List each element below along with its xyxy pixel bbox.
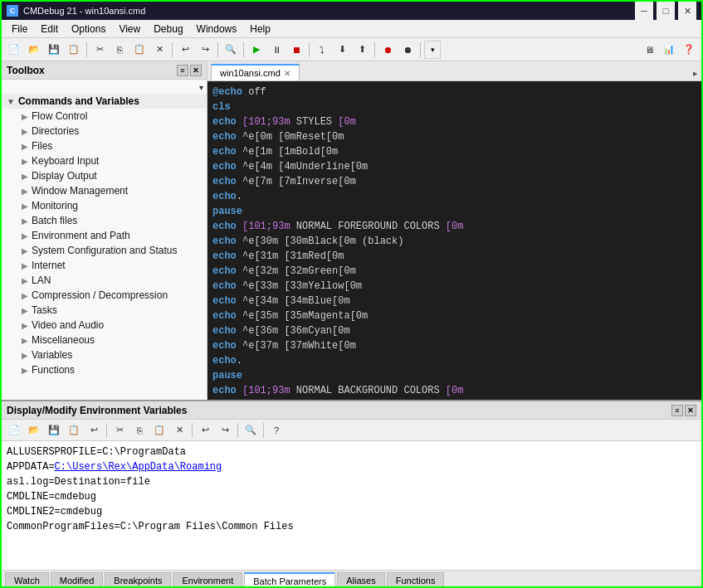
- toolbox-item-miscellaneous[interactable]: ▶ Miscellaneous: [2, 333, 207, 347]
- toolbox-close-button[interactable]: ✕: [190, 65, 202, 76]
- item-arrow-icon: ▶: [22, 216, 28, 226]
- env-open-button[interactable]: 📂: [25, 421, 43, 440]
- find-button[interactable]: 🔍: [222, 41, 240, 59]
- code-panel: win10ansi.cmd ✕ ▸ @echo off cls echo [10…: [207, 61, 701, 400]
- code-line-5: echo ^e[1m [1mBold[0m: [212, 144, 696, 159]
- toolbox-item-system-config[interactable]: ▶ System Configuration and Status: [2, 243, 207, 258]
- new-button[interactable]: 📄: [5, 41, 23, 59]
- item-arrow-icon: ▶: [22, 142, 28, 151]
- tab-close-icon[interactable]: ✕: [284, 69, 290, 78]
- delete-button[interactable]: ✕: [150, 41, 168, 59]
- menu-windows[interactable]: Windows: [190, 20, 244, 37]
- step-over-button[interactable]: ⤵: [313, 41, 331, 59]
- maximize-button[interactable]: □: [657, 2, 675, 20]
- code-line-7: echo ^e[7m [7mInverse[0m: [212, 174, 696, 189]
- toolbox-item-flow-control[interactable]: ▶ Flow Control: [2, 109, 207, 124]
- code-line-2: cls: [212, 100, 696, 114]
- env-cut-button[interactable]: ✂: [110, 421, 129, 440]
- env-back-button[interactable]: ↩: [85, 421, 103, 440]
- copy-button[interactable]: ⎘: [110, 41, 129, 59]
- toolbox-item-batch-files[interactable]: ▶ Batch files: [2, 213, 207, 228]
- toolbox-item-tasks[interactable]: ▶ Tasks: [2, 303, 207, 318]
- undo-button[interactable]: ↩: [176, 41, 194, 59]
- toolbox-item-lan[interactable]: ▶ LAN: [2, 273, 207, 288]
- toolbox-item-compression[interactable]: ▶ Compression / Decompression: [2, 288, 207, 303]
- code-editor[interactable]: @echo off cls echo [101;93m STYLES [0m e…: [207, 81, 701, 400]
- toolbox-item-video-audio[interactable]: ▶ Video and Audio: [2, 318, 207, 333]
- menu-edit[interactable]: Edit: [34, 20, 65, 37]
- toolbox-menu-button[interactable]: ≡: [177, 65, 188, 76]
- code-line-12: echo ^e[31m [31mRed[0m: [212, 249, 696, 264]
- env-find-button[interactable]: 🔍: [242, 421, 260, 440]
- tab-breakpoints[interactable]: Breakpoints: [105, 572, 171, 589]
- tab-functions[interactable]: Functions: [387, 572, 445, 589]
- env-panel-menu-button[interactable]: ≡: [671, 405, 683, 416]
- env-line-2: APPDATA=C:\Users\Rex\AppData\Roaming: [7, 459, 696, 474]
- toolbox-item-display-output[interactable]: ▶ Display Output: [2, 168, 207, 183]
- section-expand-icon: ▼: [7, 97, 15, 106]
- env-save-button[interactable]: 💾: [45, 421, 63, 440]
- extra-btn-3[interactable]: ❓: [680, 41, 698, 59]
- step-into-button[interactable]: ⬇: [333, 41, 351, 59]
- item-arrow-icon: ▶: [22, 306, 28, 315]
- toolbox-item-internet[interactable]: ▶ Internet: [2, 258, 207, 273]
- paste-button[interactable]: 📋: [130, 41, 149, 59]
- env-undo-button[interactable]: ↩: [196, 421, 214, 440]
- toolbox-section-commands[interactable]: ▼ Commands and Variables: [2, 94, 207, 109]
- menu-debug[interactable]: Debug: [147, 20, 189, 37]
- toolbox-body: ▾ ▼ Commands and Variables ▶ Flow Contro…: [2, 80, 207, 400]
- tab-modified[interactable]: Modified: [51, 572, 104, 589]
- tab-watch[interactable]: Watch: [5, 572, 49, 589]
- env-redo-button[interactable]: ↪: [216, 421, 234, 440]
- toolbox-item-monitoring[interactable]: ▶ Monitoring: [2, 198, 207, 213]
- toolbox-item-files[interactable]: ▶ Files: [2, 138, 207, 153]
- toolbox-panel: Toolbox ≡ ✕ ▾ ▼ Commands and Variables ▶…: [2, 61, 207, 400]
- env-content[interactable]: ALLUSERSPROFILE=C:\ProgramData APPDATA=C…: [2, 441, 701, 570]
- menu-file[interactable]: File: [5, 20, 34, 37]
- toolbox-item-functions[interactable]: ▶ Functions: [2, 362, 207, 377]
- item-arrow-icon: ▶: [22, 261, 28, 270]
- record-button[interactable]: ⏺: [378, 41, 397, 59]
- toolbar-dropdown[interactable]: ▾: [424, 41, 441, 59]
- extra-btn-1[interactable]: 🖥: [640, 41, 658, 59]
- env-copy-button[interactable]: ⎘: [130, 421, 149, 440]
- cut-button[interactable]: ✂: [90, 41, 109, 59]
- toolbox-item-window-management[interactable]: ▶ Window Management: [2, 183, 207, 198]
- close-button[interactable]: ✕: [678, 2, 696, 20]
- tab-batch-parameters[interactable]: Batch Parameters: [244, 572, 335, 589]
- env-save-all-button[interactable]: 📋: [65, 421, 83, 440]
- env-panel-close-button[interactable]: ✕: [685, 405, 696, 416]
- minimize-button[interactable]: ─: [635, 2, 653, 20]
- menu-help[interactable]: Help: [243, 20, 277, 37]
- pause-button[interactable]: ⏸: [267, 41, 286, 59]
- step-out-button[interactable]: ⬆: [353, 41, 371, 59]
- env-appdata-link[interactable]: C:\Users\Rex\AppData\Roaming: [55, 461, 222, 473]
- toolbox-item-directories[interactable]: ▶ Directories: [2, 124, 207, 138]
- code-line-11: echo ^e[30m [30mBlack[0m (black): [212, 234, 696, 249]
- stop-record-button[interactable]: ⏺: [398, 41, 417, 59]
- scroll-right-icon[interactable]: ▸: [693, 68, 698, 79]
- env-delete-button[interactable]: ✕: [170, 421, 188, 440]
- run-button[interactable]: ▶: [247, 41, 266, 59]
- menu-options[interactable]: Options: [65, 20, 112, 37]
- env-paste-button[interactable]: 📋: [150, 421, 168, 440]
- editor-tab-win10ansi[interactable]: win10ansi.cmd ✕: [211, 64, 300, 80]
- redo-button[interactable]: ↪: [196, 41, 214, 59]
- save-all-button[interactable]: 📋: [65, 41, 83, 59]
- code-line-22: echo ^e[40m [40mBlack[0m: [212, 398, 696, 400]
- toolbox-item-environment-path[interactable]: ▶ Environment and Path: [2, 228, 207, 243]
- open-button[interactable]: 📂: [25, 41, 43, 59]
- stop-button[interactable]: ⏹: [287, 41, 305, 59]
- toolbox-collapse-btn[interactable]: ▾: [2, 81, 207, 94]
- toolbox-item-keyboard-input[interactable]: ▶ Keyboard Input: [2, 153, 207, 168]
- env-new-button[interactable]: 📄: [5, 421, 23, 440]
- save-button[interactable]: 💾: [45, 41, 63, 59]
- tab-environment[interactable]: Environment: [173, 572, 242, 589]
- code-line-8: echo.: [212, 189, 696, 204]
- code-line-17: echo ^e[36m [36mCyan[0m: [212, 323, 696, 338]
- menu-view[interactable]: View: [112, 20, 147, 37]
- extra-btn-2[interactable]: 📊: [660, 41, 678, 59]
- toolbox-item-variables[interactable]: ▶ Variables: [2, 347, 207, 362]
- env-help-button[interactable]: ?: [267, 421, 286, 440]
- tab-aliases[interactable]: Aliases: [337, 572, 384, 589]
